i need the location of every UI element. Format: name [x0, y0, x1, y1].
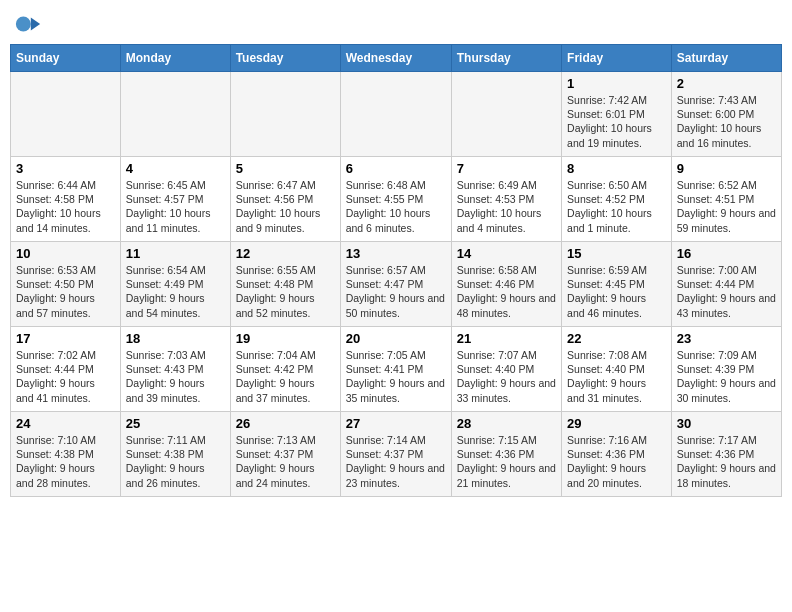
calendar-cell: 3Sunrise: 6:44 AM Sunset: 4:58 PM Daylig… — [11, 157, 121, 242]
calendar-cell — [451, 72, 561, 157]
logo-icon — [14, 10, 42, 38]
day-info: Sunrise: 6:49 AM Sunset: 4:53 PM Dayligh… — [457, 178, 556, 235]
day-info: Sunrise: 6:44 AM Sunset: 4:58 PM Dayligh… — [16, 178, 115, 235]
day-info: Sunrise: 6:47 AM Sunset: 4:56 PM Dayligh… — [236, 178, 335, 235]
calendar-cell: 4Sunrise: 6:45 AM Sunset: 4:57 PM Daylig… — [120, 157, 230, 242]
day-number: 28 — [457, 416, 556, 431]
day-number: 26 — [236, 416, 335, 431]
calendar-cell — [120, 72, 230, 157]
day-number: 17 — [16, 331, 115, 346]
day-number: 1 — [567, 76, 666, 91]
weekday-row: SundayMondayTuesdayWednesdayThursdayFrid… — [11, 45, 782, 72]
day-info: Sunrise: 6:52 AM Sunset: 4:51 PM Dayligh… — [677, 178, 776, 235]
calendar-cell: 15Sunrise: 6:59 AM Sunset: 4:45 PM Dayli… — [562, 242, 672, 327]
weekday-header: Friday — [562, 45, 672, 72]
day-number: 30 — [677, 416, 776, 431]
day-info: Sunrise: 7:17 AM Sunset: 4:36 PM Dayligh… — [677, 433, 776, 490]
day-info: Sunrise: 7:02 AM Sunset: 4:44 PM Dayligh… — [16, 348, 115, 405]
day-number: 2 — [677, 76, 776, 91]
calendar-cell: 1Sunrise: 7:42 AM Sunset: 6:01 PM Daylig… — [562, 72, 672, 157]
day-number: 24 — [16, 416, 115, 431]
calendar-cell: 11Sunrise: 6:54 AM Sunset: 4:49 PM Dayli… — [120, 242, 230, 327]
svg-marker-1 — [31, 17, 40, 30]
calendar-cell: 25Sunrise: 7:11 AM Sunset: 4:38 PM Dayli… — [120, 412, 230, 497]
day-number: 21 — [457, 331, 556, 346]
page-header — [10, 10, 782, 38]
day-info: Sunrise: 6:53 AM Sunset: 4:50 PM Dayligh… — [16, 263, 115, 320]
calendar-table: SundayMondayTuesdayWednesdayThursdayFrid… — [10, 44, 782, 497]
day-info: Sunrise: 7:13 AM Sunset: 4:37 PM Dayligh… — [236, 433, 335, 490]
weekday-header: Monday — [120, 45, 230, 72]
calendar-cell: 2Sunrise: 7:43 AM Sunset: 6:00 PM Daylig… — [671, 72, 781, 157]
calendar-cell: 30Sunrise: 7:17 AM Sunset: 4:36 PM Dayli… — [671, 412, 781, 497]
calendar-cell: 28Sunrise: 7:15 AM Sunset: 4:36 PM Dayli… — [451, 412, 561, 497]
day-info: Sunrise: 6:45 AM Sunset: 4:57 PM Dayligh… — [126, 178, 225, 235]
day-info: Sunrise: 6:57 AM Sunset: 4:47 PM Dayligh… — [346, 263, 446, 320]
calendar-week-row: 17Sunrise: 7:02 AM Sunset: 4:44 PM Dayli… — [11, 327, 782, 412]
calendar-cell: 18Sunrise: 7:03 AM Sunset: 4:43 PM Dayli… — [120, 327, 230, 412]
day-info: Sunrise: 7:05 AM Sunset: 4:41 PM Dayligh… — [346, 348, 446, 405]
day-info: Sunrise: 6:59 AM Sunset: 4:45 PM Dayligh… — [567, 263, 666, 320]
calendar-cell: 20Sunrise: 7:05 AM Sunset: 4:41 PM Dayli… — [340, 327, 451, 412]
day-number: 20 — [346, 331, 446, 346]
day-info: Sunrise: 7:03 AM Sunset: 4:43 PM Dayligh… — [126, 348, 225, 405]
day-info: Sunrise: 7:42 AM Sunset: 6:01 PM Dayligh… — [567, 93, 666, 150]
day-info: Sunrise: 7:09 AM Sunset: 4:39 PM Dayligh… — [677, 348, 776, 405]
calendar-cell: 12Sunrise: 6:55 AM Sunset: 4:48 PM Dayli… — [230, 242, 340, 327]
calendar-cell: 7Sunrise: 6:49 AM Sunset: 4:53 PM Daylig… — [451, 157, 561, 242]
day-number: 8 — [567, 161, 666, 176]
day-info: Sunrise: 7:07 AM Sunset: 4:40 PM Dayligh… — [457, 348, 556, 405]
logo — [14, 10, 46, 38]
day-number: 27 — [346, 416, 446, 431]
calendar-cell: 17Sunrise: 7:02 AM Sunset: 4:44 PM Dayli… — [11, 327, 121, 412]
calendar-cell: 9Sunrise: 6:52 AM Sunset: 4:51 PM Daylig… — [671, 157, 781, 242]
day-info: Sunrise: 7:08 AM Sunset: 4:40 PM Dayligh… — [567, 348, 666, 405]
calendar-cell: 27Sunrise: 7:14 AM Sunset: 4:37 PM Dayli… — [340, 412, 451, 497]
day-info: Sunrise: 7:16 AM Sunset: 4:36 PM Dayligh… — [567, 433, 666, 490]
day-number: 7 — [457, 161, 556, 176]
calendar-cell: 26Sunrise: 7:13 AM Sunset: 4:37 PM Dayli… — [230, 412, 340, 497]
day-number: 25 — [126, 416, 225, 431]
calendar-cell — [11, 72, 121, 157]
calendar-cell: 14Sunrise: 6:58 AM Sunset: 4:46 PM Dayli… — [451, 242, 561, 327]
day-number: 18 — [126, 331, 225, 346]
calendar-week-row: 1Sunrise: 7:42 AM Sunset: 6:01 PM Daylig… — [11, 72, 782, 157]
day-number: 15 — [567, 246, 666, 261]
day-info: Sunrise: 6:54 AM Sunset: 4:49 PM Dayligh… — [126, 263, 225, 320]
weekday-header: Sunday — [11, 45, 121, 72]
day-info: Sunrise: 6:48 AM Sunset: 4:55 PM Dayligh… — [346, 178, 446, 235]
day-info: Sunrise: 7:10 AM Sunset: 4:38 PM Dayligh… — [16, 433, 115, 490]
weekday-header: Saturday — [671, 45, 781, 72]
calendar-cell: 16Sunrise: 7:00 AM Sunset: 4:44 PM Dayli… — [671, 242, 781, 327]
day-number: 22 — [567, 331, 666, 346]
day-info: Sunrise: 7:04 AM Sunset: 4:42 PM Dayligh… — [236, 348, 335, 405]
day-number: 10 — [16, 246, 115, 261]
weekday-header: Thursday — [451, 45, 561, 72]
calendar-week-row: 24Sunrise: 7:10 AM Sunset: 4:38 PM Dayli… — [11, 412, 782, 497]
calendar-cell: 5Sunrise: 6:47 AM Sunset: 4:56 PM Daylig… — [230, 157, 340, 242]
calendar-cell: 21Sunrise: 7:07 AM Sunset: 4:40 PM Dayli… — [451, 327, 561, 412]
day-info: Sunrise: 7:15 AM Sunset: 4:36 PM Dayligh… — [457, 433, 556, 490]
day-number: 6 — [346, 161, 446, 176]
day-number: 12 — [236, 246, 335, 261]
calendar-cell: 10Sunrise: 6:53 AM Sunset: 4:50 PM Dayli… — [11, 242, 121, 327]
day-info: Sunrise: 7:11 AM Sunset: 4:38 PM Dayligh… — [126, 433, 225, 490]
day-number: 3 — [16, 161, 115, 176]
day-info: Sunrise: 7:14 AM Sunset: 4:37 PM Dayligh… — [346, 433, 446, 490]
weekday-header: Tuesday — [230, 45, 340, 72]
calendar-cell: 23Sunrise: 7:09 AM Sunset: 4:39 PM Dayli… — [671, 327, 781, 412]
calendar-cell: 24Sunrise: 7:10 AM Sunset: 4:38 PM Dayli… — [11, 412, 121, 497]
day-number: 5 — [236, 161, 335, 176]
day-info: Sunrise: 6:50 AM Sunset: 4:52 PM Dayligh… — [567, 178, 666, 235]
day-number: 14 — [457, 246, 556, 261]
calendar-cell: 19Sunrise: 7:04 AM Sunset: 4:42 PM Dayli… — [230, 327, 340, 412]
day-number: 23 — [677, 331, 776, 346]
day-info: Sunrise: 6:55 AM Sunset: 4:48 PM Dayligh… — [236, 263, 335, 320]
calendar-cell — [340, 72, 451, 157]
day-number: 11 — [126, 246, 225, 261]
day-number: 4 — [126, 161, 225, 176]
day-number: 13 — [346, 246, 446, 261]
day-info: Sunrise: 6:58 AM Sunset: 4:46 PM Dayligh… — [457, 263, 556, 320]
day-number: 19 — [236, 331, 335, 346]
calendar-cell: 13Sunrise: 6:57 AM Sunset: 4:47 PM Dayli… — [340, 242, 451, 327]
